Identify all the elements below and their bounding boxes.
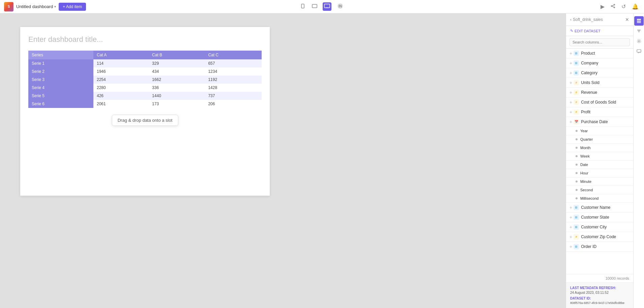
column-name: Month — [580, 146, 591, 150]
column-name: Category — [581, 71, 597, 75]
chevron-down-icon: ▾ — [54, 5, 56, 8]
column-item[interactable]: + ⊞ Customer City — [566, 222, 633, 232]
col-type-icon: ⊞ — [574, 244, 579, 249]
column-item[interactable]: Month — [566, 144, 633, 152]
column-name: Revenue — [581, 90, 597, 95]
col-type-icon: # — [574, 90, 579, 95]
column-item[interactable]: + 📅 Purchase Date — [566, 117, 633, 127]
table-row: Serie 54261440737 — [28, 92, 262, 100]
svg-point-7 — [614, 4, 615, 5]
column-item[interactable]: + ⊞ Product — [566, 49, 633, 58]
col-type-icon: # — [574, 234, 579, 240]
side-tab-filter[interactable] — [634, 26, 644, 36]
sub-bullet — [576, 189, 578, 191]
right-panel-header: ‹ Soft_drink_sales ✕ — [566, 13, 633, 26]
svg-text:IN: IN — [339, 4, 342, 8]
side-tab-settings[interactable] — [634, 36, 644, 46]
side-tab-data[interactable] — [634, 16, 644, 26]
expand-icon: + — [569, 205, 572, 210]
close-panel-button[interactable]: ✕ — [625, 17, 629, 22]
col-type-icon: 📅 — [574, 119, 579, 124]
expand-icon: + — [569, 234, 572, 240]
column-item[interactable]: Year — [566, 127, 633, 135]
search-columns-input[interactable] — [569, 38, 630, 46]
sub-bullet — [576, 147, 578, 149]
column-name: Millisecond — [580, 196, 598, 200]
column-name: Year — [580, 129, 588, 133]
table-header-cat-b: Cat B — [149, 51, 205, 59]
column-item[interactable]: + ⊞ Company — [566, 58, 633, 68]
col-type-icon: ⊞ — [574, 60, 579, 66]
expand-icon: + — [569, 60, 572, 66]
column-name: Date — [580, 163, 588, 167]
dashboard-title[interactable]: Untitled dashboard ▾ — [16, 4, 56, 9]
drag-drop-area[interactable]: Drag & drop data onto a slot — [28, 108, 262, 169]
column-item[interactable]: + ⊞ Category — [566, 68, 633, 78]
back-button[interactable]: ‹ Soft_drink_sales — [570, 17, 603, 22]
sub-bullet — [576, 164, 578, 166]
column-item[interactable]: Millisecond — [566, 194, 633, 203]
col-type-icon: ⊞ — [574, 51, 579, 56]
notifications-icon[interactable]: 🔔 — [631, 2, 640, 11]
side-icon-tabs — [633, 13, 644, 308]
column-name: Minute — [580, 179, 591, 184]
col-type-icon: ⊞ — [574, 215, 579, 220]
column-item[interactable]: Week — [566, 152, 633, 161]
col-type-icon: ⊞ — [574, 224, 579, 230]
dataset-id-label: DATASET ID: — [570, 297, 629, 300]
edit-dataset-button[interactable]: ✎ EDIT DATASET — [566, 26, 633, 36]
expand-icon: + — [569, 80, 572, 85]
expand-icon: + — [569, 100, 572, 105]
column-name: Customer State — [581, 215, 609, 220]
column-item[interactable]: + ⊞ Customer State — [566, 213, 633, 222]
mobile-view-button[interactable] — [299, 2, 306, 11]
metadata-section: LAST METADATA REFRESH: 24 August 2023, 0… — [566, 282, 633, 308]
svg-point-18 — [638, 40, 640, 42]
expand-icon: + — [569, 70, 572, 76]
column-item[interactable]: Second — [566, 186, 633, 194]
column-item[interactable]: + # Cost of Goods Sold — [566, 97, 633, 107]
column-item[interactable]: + # Revenue — [566, 88, 633, 97]
expand-icon: + — [569, 90, 572, 95]
edit-icon: ✎ — [570, 29, 573, 33]
share-icon[interactable] — [609, 2, 617, 11]
desktop-view-button[interactable] — [323, 2, 331, 11]
help-icon[interactable]: IN — [335, 1, 345, 12]
column-item[interactable]: Quarter — [566, 135, 633, 144]
column-item[interactable]: + # Units Sold — [566, 78, 633, 88]
chart-table-wrapper: Series Cat A Cat B Cat C Serie 111432965… — [28, 51, 262, 108]
view-mode-switcher: IN — [299, 1, 345, 12]
chevron-left-icon: ‹ — [570, 17, 572, 22]
sub-bullet — [576, 130, 578, 132]
column-item[interactable]: Date — [566, 161, 633, 169]
svg-rect-2 — [324, 4, 330, 8]
expand-icon: + — [569, 215, 572, 220]
play-icon[interactable]: ▶ — [599, 2, 606, 11]
table-row: Serie 3225416621192 — [28, 76, 262, 84]
column-item[interactable]: + ⊞ Order ID — [566, 242, 633, 252]
svg-rect-19 — [637, 50, 641, 52]
history-icon[interactable]: ↺ — [620, 2, 627, 11]
add-item-button[interactable]: + Add item — [59, 3, 86, 11]
column-name: Units Sold — [581, 80, 599, 85]
table-row: Serie 219464341234 — [28, 67, 262, 76]
dashboard-title-input[interactable]: Enter dashboard title... — [28, 35, 262, 44]
sub-bullet — [576, 197, 578, 199]
column-name: Week — [580, 154, 590, 158]
side-tab-comments[interactable] — [634, 47, 644, 56]
svg-point-9 — [614, 7, 615, 8]
tablet-view-button[interactable] — [311, 2, 319, 11]
column-name: Profit — [581, 110, 590, 114]
columns-list: + ⊞ Product + ⊞ Company + ⊞ Category + #… — [566, 49, 633, 274]
column-item[interactable]: + # Profit — [566, 107, 633, 117]
canvas-area: Enter dashboard title... Series Cat A Ca… — [0, 13, 566, 308]
column-item[interactable]: Minute — [566, 177, 633, 186]
column-item[interactable]: + ⊞ Customer Name — [566, 203, 633, 213]
dataset-id-value: 808f576a-6857-4fc9-941f-17e56dfcd8be — [570, 301, 629, 305]
column-item[interactable]: Hour — [566, 169, 633, 177]
column-item[interactable]: + # Customer Zip Code — [566, 232, 633, 242]
svg-rect-1 — [312, 4, 317, 8]
metadata-refresh-label: LAST METADATA REFRESH: — [570, 286, 629, 290]
table-row: Serie 422803361428 — [28, 84, 262, 92]
topbar: S Untitled dashboard ▾ + Add item IN ▶ ↺… — [0, 0, 644, 13]
